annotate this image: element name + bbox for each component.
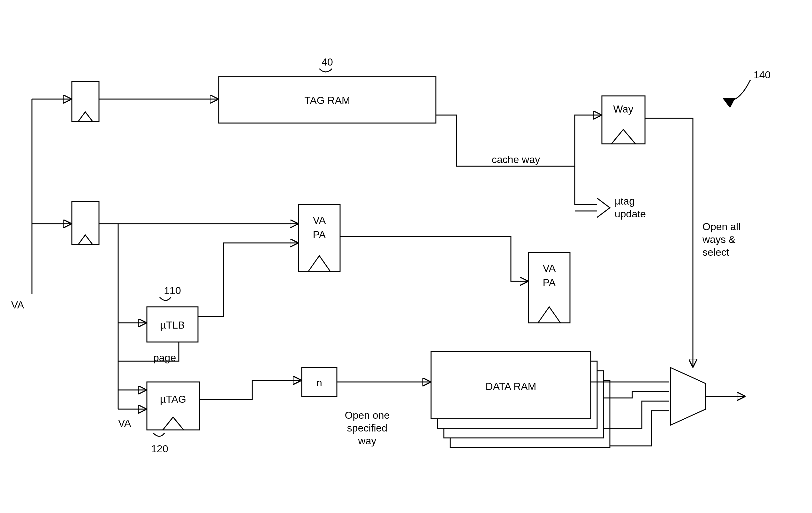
open-all-2: ways & xyxy=(702,234,735,245)
open-one-1: Open one xyxy=(345,409,390,421)
wire-utag-update-1 xyxy=(575,166,597,205)
utlb: µTLB xyxy=(147,307,198,342)
data-ram-label: DATA RAM xyxy=(486,381,536,392)
utag-update-l1: µtag xyxy=(615,195,635,207)
utlb-label: µTLB xyxy=(160,319,184,331)
wire-dram-out-2 xyxy=(604,401,669,428)
open-one-3: way xyxy=(358,435,376,447)
ref-140-leader xyxy=(725,80,750,100)
vapa1-l2: PA xyxy=(313,229,326,240)
tag-ram-label: TAG RAM xyxy=(304,94,350,106)
reg-2 xyxy=(72,201,99,244)
input-va-label: VA xyxy=(11,299,24,311)
utlb-page-label: page xyxy=(153,352,176,363)
tag-ram-ref: 40 xyxy=(322,56,333,68)
wire-vapa1-to-vapa2 xyxy=(340,237,527,281)
n-label: n xyxy=(316,377,322,388)
cache-way-label: cache way xyxy=(492,154,540,165)
way-label: Way xyxy=(613,103,634,115)
utag-label: µTAG xyxy=(160,394,186,405)
utlb-ref-tick xyxy=(160,297,171,300)
svg-rect-0 xyxy=(72,81,99,122)
vapa1-l1: VA xyxy=(313,214,326,226)
tag-ram-ref-tick xyxy=(319,69,332,72)
open-all-1: Open all xyxy=(702,221,741,232)
utag-ref-tick xyxy=(153,433,165,436)
data-ram: DATA RAM xyxy=(431,352,610,448)
svg-rect-1 xyxy=(72,201,99,244)
tag-ram: TAG RAM xyxy=(219,77,436,123)
vapa-reg-2: VA PA xyxy=(528,252,570,323)
vapa2-l2: PA xyxy=(543,277,556,288)
utag-update-l2: update xyxy=(615,208,646,220)
mux-ref: 140 xyxy=(754,69,771,81)
way-reg: Way xyxy=(602,96,645,144)
wire-utag-to-n xyxy=(200,380,300,400)
wire-utlb-to-vapa1 xyxy=(198,243,297,317)
vapa2-l1: VA xyxy=(543,263,556,274)
utag-ref: 120 xyxy=(151,443,168,455)
wire-dram-out-1 xyxy=(604,392,669,398)
open-all-3: select xyxy=(702,246,729,258)
svg-rect-4 xyxy=(147,382,200,430)
utlb-ref: 110 xyxy=(164,285,181,296)
vapa-reg-1: VA PA xyxy=(298,205,340,272)
wire-way-to-mux xyxy=(645,118,693,366)
utag: µTAG xyxy=(147,382,200,430)
utag-update-arrowhead xyxy=(597,198,610,217)
n-box: n xyxy=(302,368,337,396)
open-one-2: specified xyxy=(347,422,387,434)
diagram-canvas: 140 VA TAG RAM 40 VA µTLB 110 xyxy=(0,0,812,513)
reg-1 xyxy=(72,81,99,122)
mux xyxy=(671,368,706,425)
utag-in-label: VA xyxy=(118,417,131,429)
